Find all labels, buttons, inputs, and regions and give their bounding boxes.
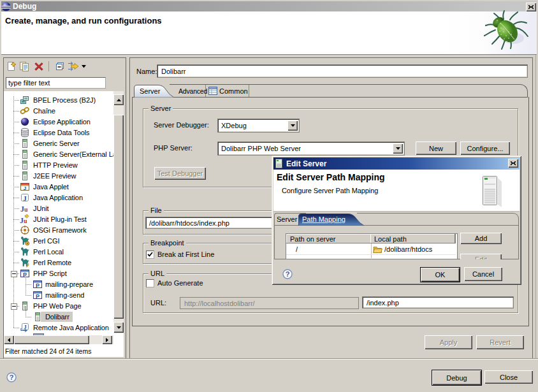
svg-text:P: P bbox=[36, 293, 40, 300]
svg-text:P: P bbox=[36, 282, 40, 289]
svg-text:J: J bbox=[24, 185, 26, 191]
svg-text:u: u bbox=[24, 206, 28, 213]
svg-text:?: ? bbox=[10, 374, 14, 381]
svg-text:?: ? bbox=[286, 270, 290, 278]
svg-text:J: J bbox=[23, 194, 27, 202]
svg-text:u: u bbox=[24, 217, 27, 224]
